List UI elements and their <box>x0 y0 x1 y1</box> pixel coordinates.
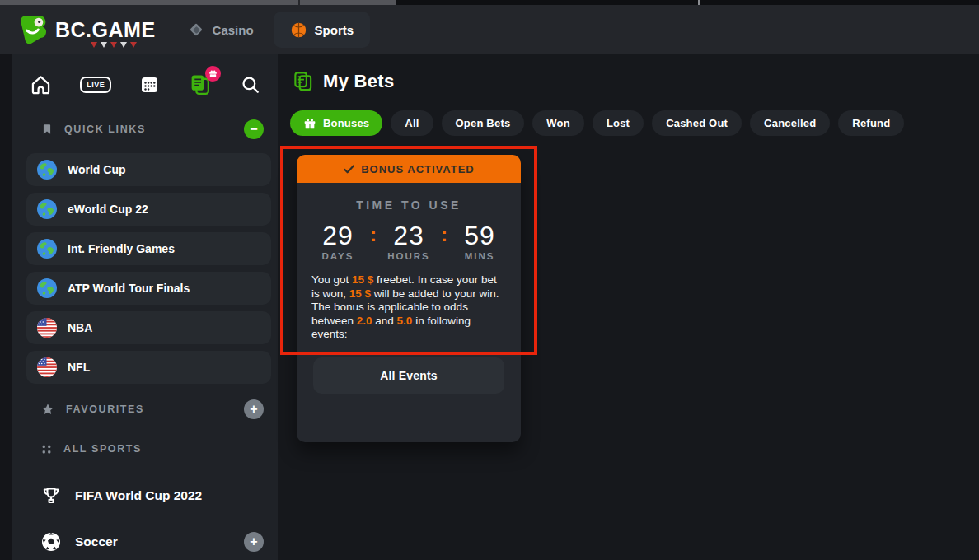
filter-chip-refund[interactable]: Refund <box>838 110 904 136</box>
countdown-mins-value: 59 <box>450 222 509 250</box>
window-edge-tick <box>698 0 700 5</box>
sidebar-item-fifa-world-cup[interactable]: FIFA World Cup 2022 <box>41 484 264 507</box>
countdown-hours-value: 23 <box>379 222 438 250</box>
home-icon[interactable] <box>30 74 52 96</box>
quick-link-world-cup[interactable]: World Cup <box>26 153 271 186</box>
trophy-icon <box>41 486 61 506</box>
soccer-ball-icon <box>41 532 61 552</box>
all-sports-label: ALL SPORTS <box>63 443 142 455</box>
filter-chip-cancelled[interactable]: Cancelled <box>750 110 830 136</box>
window-edge-tick <box>298 0 300 5</box>
odds-min: 2.0 <box>357 315 372 327</box>
filter-chip-label: Lost <box>607 117 630 129</box>
countdown-hours: 23 HOURS <box>379 222 438 261</box>
grid-icon <box>41 444 52 455</box>
countdown-days-value: 29 <box>308 222 368 250</box>
sidebar-item-label: Soccer <box>75 534 118 549</box>
window-edge-strip <box>0 0 979 5</box>
quick-links-label: QUICK LINKS <box>64 124 146 135</box>
bonus-countdown: 29 DAYS : 23 HOURS : 59 MINS <box>297 222 521 261</box>
calendar-icon[interactable] <box>139 75 160 95</box>
countdown-hours-label: HOURS <box>379 251 438 261</box>
filter-chip-label: Open Bets <box>456 117 511 129</box>
nav-tab-casino[interactable]: Casino <box>187 21 254 39</box>
globe-icon <box>37 239 57 259</box>
window-edge-light <box>0 0 396 5</box>
quick-link-int-friendly-games[interactable]: Int. Friendly Games <box>26 232 271 265</box>
filter-chip-label: Cancelled <box>764 117 816 129</box>
filter-chip-row: Bonuses All Open Bets Won Lost Cashed Ou… <box>290 110 979 136</box>
quick-link-nba[interactable]: NBA <box>26 311 271 344</box>
page-title-row: My Bets <box>293 69 979 94</box>
filter-chip-open-bets[interactable]: Open Bets <box>442 110 525 136</box>
all-events-button[interactable]: All Events <box>313 357 504 394</box>
star-icon <box>41 403 54 416</box>
filter-chip-label: Refund <box>852 117 890 129</box>
bunting-flags-icon <box>91 42 137 48</box>
filter-chip-lost[interactable]: Lost <box>593 110 644 136</box>
quick-links-list: World Cup eWorld Cup 22 Int. Friendly Ga… <box>26 153 271 384</box>
casino-label: Casino <box>213 23 254 37</box>
sidebar-item-label: FIFA World Cup 2022 <box>75 488 202 503</box>
add-favourite-button[interactable]: + <box>244 399 264 419</box>
globe-icon <box>37 199 57 219</box>
bonus-amount: 15 $ <box>352 273 373 286</box>
bc-game-logo-icon <box>18 14 49 45</box>
quick-link-label: eWorld Cup 22 <box>68 203 148 216</box>
sports-label: Sports <box>315 23 354 37</box>
quick-link-label: NBA <box>68 321 92 334</box>
quick-links-header: QUICK LINKS − <box>41 119 264 140</box>
countdown-separator: : <box>368 222 379 261</box>
countdown-days: 29 DAYS <box>308 222 368 261</box>
quick-link-nfl[interactable]: NFL <box>26 351 271 384</box>
filter-chip-all[interactable]: All <box>391 110 433 136</box>
filter-chip-won[interactable]: Won <box>532 110 584 136</box>
filter-chip-label: Won <box>546 117 570 129</box>
live-icon[interactable]: LIVE <box>80 77 111 93</box>
top-navigation-bar: BC.GAME Casino Sports <box>0 0 979 54</box>
bonus-status-label: BONUS ACTIVATED <box>361 163 475 175</box>
all-sports-header: ALL SPORTS <box>41 438 264 460</box>
filter-chip-cashed-out[interactable]: Cashed Out <box>652 110 742 136</box>
globe-icon <box>37 278 57 298</box>
collapse-quick-links-button[interactable]: − <box>244 119 264 139</box>
countdown-mins-label: MINS <box>450 251 509 261</box>
bookmark-icon <box>41 123 53 136</box>
betslip-icon[interactable] <box>189 73 212 96</box>
page-title: My Bets <box>323 71 394 92</box>
countdown-mins: 59 MINS <box>450 222 509 261</box>
quick-link-eworld-cup[interactable]: eWorld Cup 22 <box>26 193 271 226</box>
filter-chip-label: Bonuses <box>323 117 369 129</box>
bonus-status-banner: BONUS ACTIVATED <box>297 155 521 183</box>
check-icon <box>343 163 355 175</box>
expand-soccer-button[interactable]: + <box>244 532 264 552</box>
nav-tab-sports[interactable]: Sports <box>274 12 371 48</box>
filter-chip-label: All <box>405 117 419 129</box>
left-rail <box>0 54 12 560</box>
filter-chip-bonuses[interactable]: Bonuses <box>290 110 382 136</box>
search-icon[interactable] <box>240 74 261 96</box>
countdown-separator: : <box>438 222 450 261</box>
brand-wordmark: BC.GAME <box>55 18 156 42</box>
main-content: My Bets Bonuses All Open Bets Won Lost C… <box>278 54 979 560</box>
sidebar-item-soccer[interactable]: Soccer + <box>41 530 264 553</box>
favourites-label: FAVOURITES <box>66 404 144 415</box>
gift-badge-icon <box>205 66 221 82</box>
gift-icon <box>303 117 316 130</box>
live-label: LIVE <box>80 77 111 93</box>
basketball-icon <box>290 21 307 39</box>
quick-link-label: Int. Friendly Games <box>68 242 175 255</box>
odds-max: 5.0 <box>397 315 413 327</box>
countdown-days-label: DAYS <box>308 251 368 261</box>
globe-icon <box>37 160 57 180</box>
sidebar-icon-row: LIVE <box>30 72 261 97</box>
quick-link-atp-world-tour-finals[interactable]: ATP World Tour Finals <box>26 272 271 305</box>
favourites-header: FAVOURITES + <box>41 399 264 420</box>
bonus-card: BONUS ACTIVATED TIME TO USE 29 DAYS : 23… <box>297 155 521 442</box>
sidebar: LIVE <box>12 54 278 560</box>
quick-link-label: World Cup <box>68 163 126 176</box>
usa-flag-icon <box>37 318 57 338</box>
my-bets-icon <box>293 71 314 92</box>
bonus-amount: 15 $ <box>349 287 371 300</box>
bc-game-logo[interactable]: BC.GAME <box>18 14 156 45</box>
